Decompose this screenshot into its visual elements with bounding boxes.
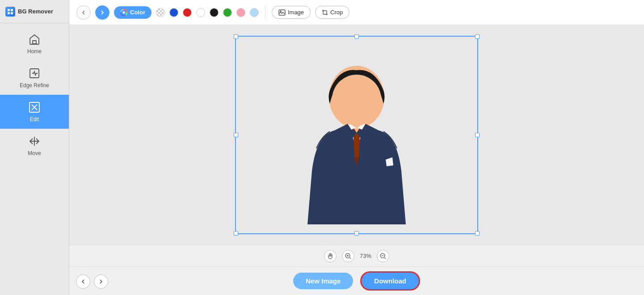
- color-swatch-green[interactable]: [223, 8, 232, 17]
- move-icon: [28, 135, 41, 148]
- toolbar: Color Image Crop: [69, 0, 644, 25]
- sidebar-item-home-label: Home: [27, 48, 42, 55]
- zoom-in-button[interactable]: [342, 250, 354, 262]
- nav-forward-button[interactable]: [94, 274, 108, 289]
- svg-rect-2: [8, 12, 10, 14]
- color-swatch-pink[interactable]: [236, 8, 245, 17]
- new-image-button[interactable]: New Image: [293, 273, 353, 289]
- color-swatch-blue[interactable]: [169, 8, 178, 17]
- sidebar-item-edge-refine-label: Edge Refine: [20, 82, 49, 88]
- image-button-label: Image: [288, 9, 304, 16]
- sidebar-item-edit-label: Edit: [30, 116, 39, 122]
- sidebar-item-move[interactable]: Move: [0, 129, 69, 163]
- color-button[interactable]: Color: [114, 6, 152, 19]
- zoom-in-icon: [345, 253, 351, 259]
- home-icon: [28, 33, 41, 46]
- svg-point-8: [123, 11, 125, 13]
- nav-back-button[interactable]: [76, 274, 90, 289]
- forward-button[interactable]: [95, 5, 109, 20]
- zoom-bar: 73%: [69, 245, 644, 266]
- toolbar-divider: [265, 6, 265, 19]
- app-logo: BG Remover: [0, 0, 69, 23]
- back-button[interactable]: [76, 5, 91, 20]
- main-area: Color Image Crop: [69, 0, 644, 295]
- sidebar-item-edit[interactable]: Edit: [0, 95, 69, 129]
- app-logo-icon: [5, 7, 15, 17]
- handle-bottom-center[interactable]: [354, 231, 359, 236]
- hand-icon: [327, 253, 334, 260]
- image-button[interactable]: Image: [272, 6, 311, 19]
- edge-refine-icon: [28, 67, 41, 80]
- svg-rect-1: [11, 9, 13, 11]
- edit-icon: [28, 101, 41, 114]
- sidebar: BG Remover Home Edge Refine Edit: [0, 0, 69, 295]
- color-button-label: Color: [130, 9, 145, 16]
- svg-rect-0: [8, 9, 10, 11]
- person-illustration: [285, 46, 428, 224]
- action-bar: New Image Download: [69, 266, 644, 295]
- canvas-area: [69, 25, 644, 245]
- handle-top-left[interactable]: [234, 34, 238, 39]
- chevron-left-icon: [80, 279, 86, 284]
- svg-rect-3: [11, 12, 13, 14]
- handle-middle-right[interactable]: [475, 133, 480, 137]
- crop-icon: [322, 9, 328, 16]
- crop-button-label: Crop: [330, 9, 343, 16]
- color-swatch-red[interactable]: [183, 8, 192, 17]
- handle-bottom-right[interactable]: [475, 231, 480, 236]
- sidebar-item-home[interactable]: Home: [0, 27, 69, 61]
- zoom-out-button[interactable]: [377, 250, 389, 262]
- handle-middle-left[interactable]: [234, 133, 238, 137]
- handle-bottom-left[interactable]: [234, 231, 238, 236]
- sidebar-nav: Home Edge Refine Edit Move: [0, 23, 69, 163]
- svg-point-12: [332, 75, 381, 124]
- zoom-out-icon: [380, 253, 386, 259]
- crop-button[interactable]: Crop: [315, 6, 349, 19]
- sidebar-item-move-label: Move: [28, 150, 41, 156]
- color-swatch-white[interactable]: [196, 8, 205, 17]
- zoom-level: 73%: [360, 253, 371, 259]
- handle-top-center[interactable]: [354, 34, 359, 39]
- color-swatch-transparent[interactable]: [156, 8, 165, 17]
- svg-rect-4: [33, 41, 36, 44]
- color-swatch-lightblue[interactable]: [250, 8, 259, 17]
- image-icon: [278, 9, 286, 16]
- app-name: BG Remover: [18, 8, 53, 15]
- canvas-image: [236, 37, 477, 233]
- pan-tool-button[interactable]: [324, 250, 337, 262]
- color-wheel-icon: [120, 9, 127, 16]
- canvas-wrapper: [235, 36, 478, 234]
- chevron-right-icon: [98, 279, 104, 284]
- handle-top-right[interactable]: [475, 34, 480, 39]
- svg-point-10: [280, 11, 281, 12]
- color-swatch-black[interactable]: [210, 8, 219, 17]
- download-button[interactable]: Download: [360, 271, 420, 291]
- sidebar-item-edge-refine[interactable]: Edge Refine: [0, 61, 69, 95]
